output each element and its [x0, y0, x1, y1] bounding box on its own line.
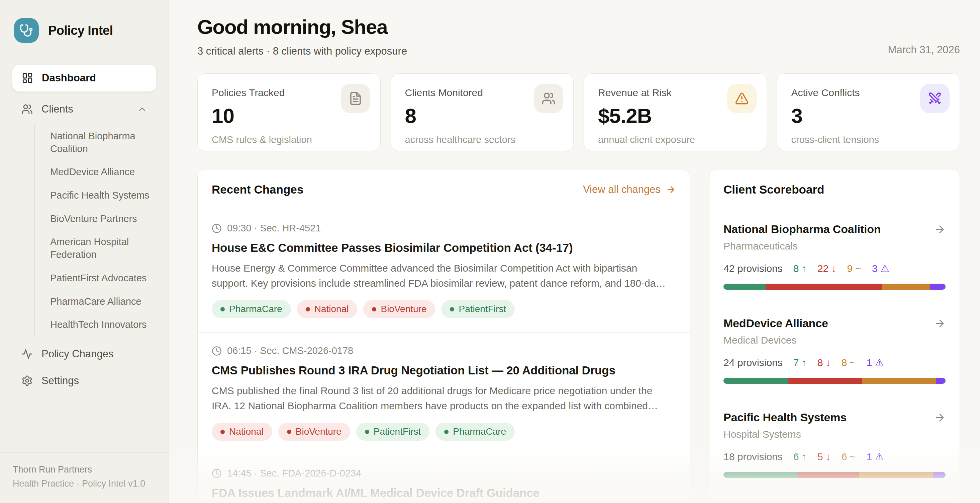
change-summary: House Energy & Commerce Committee advanc… — [212, 260, 667, 291]
alert-summary: 3 critical alerts · 8 clients with polic… — [197, 45, 407, 57]
sidebar-client-item[interactable]: Pacific Health Systems — [50, 184, 156, 207]
tag-label: PatientFirst — [458, 304, 506, 315]
client-sector: Pharmaceuticals — [724, 240, 945, 252]
client-name: Pacific Health Systems — [724, 411, 846, 424]
client-scoreboard-list: National Biopharma Coalition Pharmaceuti… — [710, 210, 959, 503]
stat-cards: Policies Tracked 10 CMS rules & legislat… — [197, 73, 960, 151]
provisions-down: 22 ↓ — [818, 263, 837, 274]
client-impact-tag: National — [297, 300, 358, 318]
bar-segment — [859, 472, 933, 478]
scoreboard-row[interactable]: National Biopharma Coalition Pharmaceuti… — [710, 210, 959, 304]
tag-dot-icon — [444, 430, 449, 434]
provisions-up: 6 ↑ — [793, 451, 807, 463]
app-brand: Policy Intel — [12, 12, 156, 43]
provisions-up: 7 ↑ — [793, 357, 807, 368]
view-all-changes-link[interactable]: View all changes — [583, 184, 676, 196]
tag-dot-icon — [365, 430, 369, 434]
tag-label: National — [314, 304, 349, 315]
sidebar-item-clients[interactable]: Clients — [12, 96, 156, 123]
recent-changes-list: 09:30 · Sec. HR-4521 House E&C Committee… — [198, 210, 690, 503]
file-text-icon — [341, 84, 370, 113]
clock-icon — [212, 468, 222, 479]
change-item[interactable]: 09:30 · Sec. HR-4521 House E&C Committee… — [198, 210, 690, 332]
bar-segment — [788, 378, 862, 384]
sidebar-client-item[interactable]: HealthTech Innovators — [50, 313, 156, 337]
provisions-mixed: 6 ~ — [842, 451, 856, 463]
firm-name: Thorn Run Partners — [13, 463, 156, 477]
arrow-right-icon — [934, 224, 945, 235]
tag-dot-icon — [450, 307, 454, 311]
sidebar-client-item[interactable]: BioVenture Partners — [50, 207, 156, 231]
stat-card-policies-tracked: Policies Tracked 10 CMS rules & legislat… — [197, 73, 381, 151]
swords-icon — [920, 84, 950, 113]
tag-dot-icon — [287, 430, 291, 434]
sidebar-client-item[interactable]: National Biopharma Coalition — [50, 125, 156, 160]
arrow-right-icon — [934, 318, 945, 329]
tag-label: PatientFirst — [374, 426, 421, 437]
change-item[interactable]: 06:15 · Sec. CMS-2026-0178 CMS Publishes… — [198, 332, 690, 455]
scoreboard-row[interactable]: MedDevice Alliance Medical Devices 24 pr… — [710, 304, 959, 398]
stat-card-active-conflicts: Active Conflicts 3 cross-client tensions — [777, 73, 960, 151]
tag-dot-icon — [372, 307, 376, 311]
provisions-count: 18 provisions — [724, 451, 783, 463]
app-title: Policy Intel — [48, 24, 113, 38]
provisions-mixed: 9 ~ — [847, 263, 862, 274]
bar-segment — [882, 284, 929, 290]
client-impact-tag: PharmaCare — [436, 423, 515, 441]
stat-card-clients-monitored: Clients Monitored 8 across healthcare se… — [391, 73, 574, 151]
tag-label: PharmaCare — [229, 304, 282, 315]
tag-label: PharmaCare — [453, 426, 506, 437]
sidebar-client-item[interactable]: MedDevice Alliance — [50, 160, 156, 184]
change-meta: 09:30 · Sec. HR-4521 — [227, 223, 321, 234]
provisions-count: 24 provisions — [724, 357, 783, 368]
recent-changes-title: Recent Changes — [212, 183, 303, 196]
sidebar-footer: Thorn Run Partners Health Practice · Pol… — [0, 452, 169, 503]
stat-caption: across healthcare sectors — [405, 134, 560, 145]
provisions-count: 42 provisions — [724, 263, 783, 274]
change-title: FDA Issues Landmark AI/ML Medical Device… — [212, 486, 676, 500]
client-scoreboard-title: Client Scoreboard — [724, 183, 824, 196]
stethoscope-logo-icon — [14, 18, 39, 43]
sidebar-item-label: Clients — [41, 103, 73, 115]
bar-segment — [862, 378, 936, 384]
tag-label: BioVenture — [381, 304, 426, 315]
sidebar-item-policy-changes[interactable]: Policy Changes — [12, 340, 156, 367]
change-title: House E&C Committee Passes Biosimilar Co… — [212, 241, 676, 254]
bar-segment — [724, 284, 765, 290]
main-content: Good morning, Shea 3 critical alerts · 8… — [169, 0, 980, 503]
page-title: Good morning, Shea — [197, 15, 407, 38]
bar-segment — [930, 284, 945, 290]
activity-icon — [21, 348, 33, 360]
client-scoreboard-panel: Client Scoreboard National Biopharma Coa… — [709, 169, 960, 503]
bar-segment — [936, 378, 945, 384]
sidebar-item-label: Policy Changes — [41, 348, 113, 360]
sidebar-client-item[interactable]: PharmaCare Alliance — [50, 290, 156, 313]
client-name: MedDevice Alliance — [724, 317, 828, 330]
client-impact-tag: PatientFirst — [356, 423, 430, 441]
change-meta: 14:45 · Sec. FDA-2026-D-0234 — [227, 468, 361, 479]
sidebar-client-item[interactable]: PatientFirst Advocates — [50, 267, 156, 290]
tag-label: National — [229, 426, 264, 437]
provisions-warn: 1 ⚠ — [866, 451, 884, 463]
stat-caption: annual client exposure — [598, 134, 752, 145]
app-version: Health Practice · Policy Intel v1.0 — [13, 477, 156, 491]
sidebar-item-dashboard[interactable]: Dashboard — [12, 64, 156, 92]
provisions-up: 8 ↑ — [793, 263, 807, 274]
sidebar-item-label: Settings — [41, 375, 79, 387]
sidebar-client-item[interactable]: American Hospital Federation — [50, 230, 156, 266]
scoreboard-row[interactable]: BioVenture Partners Oncology 28 provisio… — [710, 492, 959, 503]
provision-stats: 24 provisions 7 ↑ 8 ↓ 8 ~ 1 ⚠ — [724, 357, 945, 368]
page-header: Good morning, Shea 3 critical alerts · 8… — [197, 15, 960, 57]
change-item[interactable]: 14:45 · Sec. FDA-2026-D-0234 FDA Issues … — [198, 455, 690, 503]
change-tags: PharmaCare National BioVenture PatientFi… — [212, 300, 676, 318]
users-icon — [21, 104, 33, 115]
provisions-warn: 3 ⚠ — [872, 263, 889, 274]
sidebar-item-settings[interactable]: Settings — [12, 367, 156, 394]
sidebar-client-list: National Biopharma Coalition MedDevice A… — [34, 125, 156, 337]
provisions-warn: 1 ⚠ — [866, 357, 884, 368]
stat-caption: cross-client tensions — [791, 134, 946, 145]
client-impact-tag: BioVenture — [278, 423, 350, 441]
provision-bar — [724, 472, 945, 478]
scoreboard-row[interactable]: Pacific Health Systems Hospital Systems … — [710, 398, 959, 492]
provision-bar — [724, 284, 945, 290]
